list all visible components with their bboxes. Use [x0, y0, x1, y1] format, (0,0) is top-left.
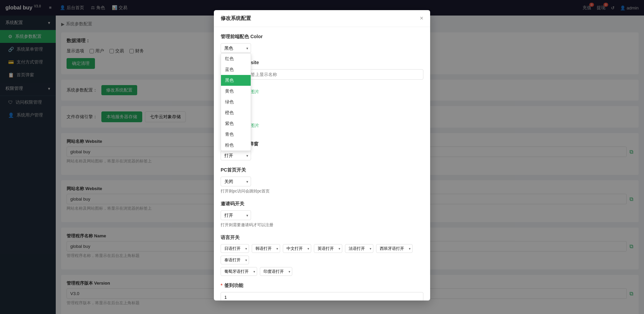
modal-body: 管理前端配色 Color 黑色 ▾ 红色 蓝色 黑色 黄色 绿色 橙色 — [214, 27, 430, 300]
pc-switch-select[interactable]: 关闭 打开 — [221, 177, 251, 186]
lang-zh-wrapper: 中文打开中文关闭 ▾ — [283, 244, 311, 253]
color-option-black[interactable]: 黑色 — [221, 75, 251, 86]
website-icon-input[interactable] — [221, 69, 423, 80]
pc-switch-select-wrapper: 关闭 打开 ▾ — [221, 177, 251, 186]
website-icon-upload: 404 上传图片 — [221, 83, 423, 101]
color-option-cyan[interactable]: 青色 — [221, 129, 251, 140]
home-logo-upload: 404 上传图片 — [221, 117, 423, 134]
lang-th-wrapper: 泰语打开泰语关闭 ▾ — [221, 256, 249, 264]
color-option-pink[interactable]: 粉色 — [221, 140, 251, 151]
language-switch-group: 日语打开日语关闭 ▾ 韩语打开韩语关闭 ▾ 中文打开中文关闭 — [221, 244, 423, 264]
lang-ja-wrapper: 日语打开日语关闭 ▾ — [221, 244, 249, 253]
modal-overlay: 修改系统配置 × 管理前端配色 Color 黑色 ▾ 红色 蓝色 — [0, 0, 644, 314]
color-option-red[interactable]: 红色 — [221, 53, 251, 64]
lang-es-select[interactable]: 西班牙语打开西班牙语关闭 — [376, 244, 413, 253]
lang-th-select[interactable]: 泰语打开泰语关闭 — [221, 256, 249, 264]
color-option-green[interactable]: 绿色 — [221, 97, 251, 107]
invite-switch-select[interactable]: 打开 关闭 — [221, 210, 251, 220]
language-switch-group2: 葡萄牙语打开葡萄牙语关闭 ▾ 印度语打开印度语关闭 ▾ — [221, 267, 423, 276]
modal-section-language: 语言开关 日语打开日语关闭 ▾ 韩语打开韩语关闭 ▾ — [221, 235, 423, 276]
modal-section-website-icon: 网站图标 Website 404 上传图片 — [221, 60, 423, 101]
modal-invite-switch-title: 邀请码开关 — [221, 201, 423, 207]
modal-section-sign-feature: * 签到功能 — [221, 283, 423, 300]
modal-title: 修改系统配置 — [221, 15, 251, 22]
modal-section-invite-switch: 邀请码开关 打开 关闭 ▾ 打开则需要邀请码才可以注册 — [221, 201, 423, 228]
sign-feature-input[interactable] — [221, 292, 423, 300]
modal-website-icon-title: 网站图标 Website — [221, 60, 423, 66]
invite-switch-hint: 打开则需要邀请码才可以注册 — [221, 222, 423, 228]
lang-fr-wrapper: 法语打开法语关闭 ▾ — [345, 244, 373, 253]
invite-switch-select-wrapper: 打开 关闭 ▾ — [221, 210, 251, 220]
lang-pt-select[interactable]: 葡萄牙语打开葡萄牙语关闭 — [221, 267, 257, 276]
color-select-wrapper: 黑色 ▾ 红色 蓝色 黑色 黄色 绿色 橙色 紫色 青色 粉色 — [221, 43, 251, 53]
color-option-yellow[interactable]: 黄色 — [221, 86, 251, 97]
modal-section-mobile-popup: 手机首页公告弹窗 打开 关闭 ▾ — [221, 141, 423, 160]
modal-sign-feature-title: * 签到功能 — [221, 283, 423, 289]
pc-switch-hint: 打开则pc访问会跳转pc首页 — [221, 188, 423, 194]
modal-color-title: 管理前端配色 Color — [221, 34, 423, 40]
lang-en-select[interactable]: 英语打开英语关闭 — [314, 244, 342, 253]
lang-fr-select[interactable]: 法语打开法语关闭 — [345, 244, 373, 253]
mobile-popup-select-wrapper: 打开 关闭 ▾ — [221, 151, 251, 160]
modal-modify-system-config: 修改系统配置 × 管理前端配色 Color 黑色 ▾ 红色 蓝色 — [214, 10, 430, 300]
color-option-blue[interactable]: 蓝色 — [221, 64, 251, 75]
color-option-orange[interactable]: 橙色 — [221, 107, 251, 118]
lang-zh-select[interactable]: 中文打开中文关闭 — [283, 244, 311, 253]
modal-mobile-popup-title: 手机首页公告弹窗 — [221, 141, 423, 147]
color-dropdown-menu: 红色 蓝色 黑色 黄色 绿色 橙色 紫色 青色 粉色 — [221, 53, 251, 151]
modal-section-home-logo: 网站首页logo 404 上传图片 — [221, 107, 423, 134]
modal-home-logo-title: 网站首页logo — [221, 107, 423, 113]
lang-en-wrapper: 英语打开英语关闭 ▾ — [314, 244, 342, 253]
modal-language-title: 语言开关 — [221, 235, 423, 241]
lang-pt-wrapper: 葡萄牙语打开葡萄牙语关闭 ▾ — [221, 267, 257, 276]
modal-section-pc-switch: PC首页开关 关闭 打开 ▾ 打开则pc访问会跳转pc首页 — [221, 167, 423, 194]
lang-es-wrapper: 西班牙语打开西班牙语关闭 ▾ — [376, 244, 413, 253]
lang-hi-wrapper: 印度语打开印度语关闭 ▾ — [260, 267, 292, 276]
modal-section-color: 管理前端配色 Color 黑色 ▾ 红色 蓝色 黑色 黄色 绿色 橙色 — [221, 34, 423, 53]
color-option-purple[interactable]: 紫色 — [221, 118, 251, 129]
lang-ja-select[interactable]: 日语打开日语关闭 — [221, 244, 249, 253]
lang-hi-select[interactable]: 印度语打开印度语关闭 — [260, 267, 292, 276]
lang-ko-wrapper: 韩语打开韩语关闭 ▾ — [252, 244, 280, 253]
color-select[interactable]: 黑色 — [221, 43, 251, 53]
modal-pc-switch-title: PC首页开关 — [221, 167, 423, 173]
lang-ko-select[interactable]: 韩语打开韩语关闭 — [252, 244, 280, 253]
mobile-popup-select[interactable]: 打开 关闭 — [221, 151, 251, 160]
modal-close-button[interactable]: × — [420, 15, 423, 22]
modal-header: 修改系统配置 × — [214, 10, 430, 27]
